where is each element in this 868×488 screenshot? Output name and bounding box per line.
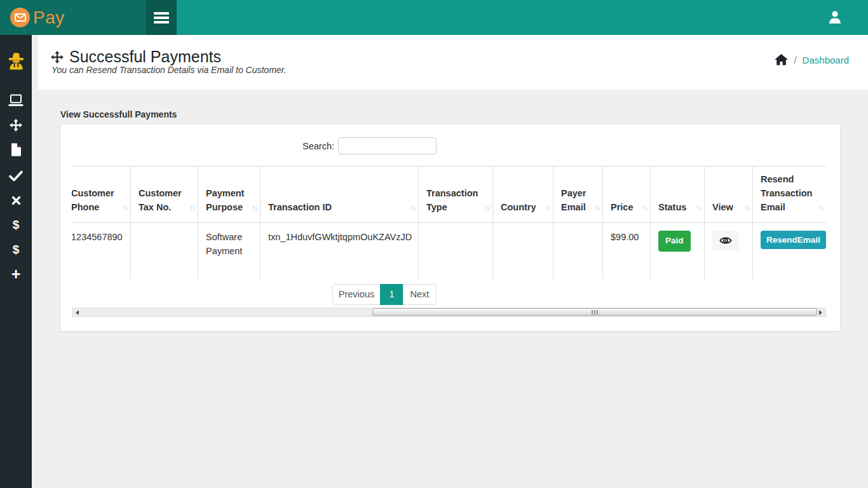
page-title: Successful Payments xyxy=(69,48,221,66)
sidebar-item-transactions[interactable] xyxy=(0,119,32,132)
page-subtitle: You can Resend Transaction Details via E… xyxy=(51,65,287,75)
sort-icon: ↑↓ xyxy=(818,202,823,214)
column-header-status[interactable]: Status ↑↓ xyxy=(651,166,705,223)
page-header: Successful Payments You can Resend Trans… xyxy=(38,35,868,90)
cell-payment-purpose: Software Payment xyxy=(198,223,261,279)
sidebar-item-failed-payments[interactable] xyxy=(0,196,32,205)
cell-customer-phone: 1234567890 xyxy=(72,223,131,279)
close-icon xyxy=(11,196,21,205)
column-header-transaction-type[interactable]: Transaction Type ↑↓ xyxy=(419,166,493,223)
cell-country xyxy=(493,223,553,279)
dollar-icon: $ xyxy=(13,243,20,256)
sort-icon: ↑↓ xyxy=(744,202,749,214)
sidebar-item-admin[interactable] xyxy=(0,51,32,71)
move-icon xyxy=(10,119,22,132)
sort-icon: ↑↓ xyxy=(642,202,647,214)
sort-icon: ↑↓ xyxy=(594,202,599,214)
sidebar-item-dashboard[interactable] xyxy=(0,94,32,107)
move-icon xyxy=(51,51,64,64)
column-header-customer-phone[interactable]: Customer Phone ↑↓ xyxy=(72,166,131,223)
cell-view xyxy=(705,223,753,279)
sort-icon: ↑↓ xyxy=(122,202,127,214)
user-menu-button[interactable] xyxy=(828,10,842,24)
sidebar-toggle-button[interactable] xyxy=(146,0,177,35)
scrollbar-grip-icon xyxy=(592,310,598,315)
column-header-price[interactable]: Price ↑↓ xyxy=(603,166,651,223)
plus-icon: + xyxy=(11,266,21,281)
pagination: Previous 1 Next xyxy=(332,284,437,305)
laptop-icon xyxy=(8,94,24,107)
column-header-resend-transaction-email[interactable]: Resend Transaction Email ↑↓ xyxy=(753,166,827,223)
cell-payer-email xyxy=(553,223,603,279)
breadcrumb-dashboard-link[interactable]: Dashboard xyxy=(803,55,849,65)
sidebar-item-currency[interactable]: $ xyxy=(0,219,32,231)
dollar-icon: $ xyxy=(13,219,20,231)
scrollbar-right-arrow-icon[interactable] xyxy=(819,310,822,315)
breadcrumb: / Dashboard xyxy=(775,54,849,65)
column-header-country[interactable]: Country ↑↓ xyxy=(493,166,553,223)
brand-logo xyxy=(10,8,30,27)
cell-transaction-type xyxy=(419,223,493,279)
cell-resend: ResendEmail xyxy=(753,223,827,279)
file-icon xyxy=(10,143,22,156)
home-icon[interactable] xyxy=(775,54,788,65)
pagination-page-1-button[interactable]: 1 xyxy=(380,284,403,305)
sort-icon: ↑↓ xyxy=(410,202,415,214)
sidebar-nav: $ $ + xyxy=(0,35,32,488)
sidebar-item-add[interactable]: + xyxy=(0,266,32,281)
sidebar-item-pricing[interactable]: $ xyxy=(0,243,32,256)
cell-transaction-id: txn_1HduvfGWktjtqpmOuKZAVzJD xyxy=(261,223,419,279)
eye-icon xyxy=(719,236,732,245)
search-input[interactable] xyxy=(338,137,437,154)
payments-card: Search: Customer Phone ↑↓ xyxy=(60,125,840,331)
table-header-row: Customer Phone ↑↓ Customer Tax No. ↑↓ Pa… xyxy=(72,166,826,223)
sort-icon: ↑↓ xyxy=(484,202,489,214)
view-button[interactable] xyxy=(712,231,739,250)
user-secret-icon xyxy=(6,51,26,71)
sort-icon: ↑↓ xyxy=(545,202,550,214)
content-wrapper: Successful Payments You can Resend Trans… xyxy=(32,35,868,488)
column-header-transaction-id[interactable]: Transaction ID ↑↓ xyxy=(261,166,419,223)
top-navbar: Pay xyxy=(0,0,868,35)
pagination-previous-button[interactable]: Previous xyxy=(332,284,381,305)
search-label: Search: xyxy=(302,141,334,151)
pagination-next-button[interactable]: Next xyxy=(403,284,437,305)
status-badge: Paid xyxy=(658,231,691,251)
resend-email-button[interactable]: ResendEmail xyxy=(761,231,826,249)
sort-icon: ↑↓ xyxy=(189,202,194,214)
brand-name: Pay xyxy=(33,8,65,28)
column-header-payment-purpose[interactable]: Payment Purpose ↑↓ xyxy=(198,166,261,223)
cell-price: $99.00 xyxy=(603,223,651,279)
cell-status: Paid xyxy=(651,223,705,279)
cell-customer-tax-no xyxy=(131,223,198,279)
column-header-view[interactable]: View ↑↓ xyxy=(705,166,753,223)
envelope-icon xyxy=(15,13,26,22)
horizontal-scrollbar[interactable] xyxy=(72,308,826,317)
breadcrumb-separator: / xyxy=(794,55,796,65)
sidebar-item-success-payments[interactable] xyxy=(0,170,32,181)
scrollbar-thumb[interactable] xyxy=(372,308,817,316)
hamburger-icon xyxy=(154,12,169,15)
brand-area[interactable]: Pay xyxy=(0,0,146,35)
table-search: Search: xyxy=(302,137,437,154)
column-header-customer-tax-no[interactable]: Customer Tax No. ↑↓ xyxy=(131,166,198,223)
sort-icon: ↑↓ xyxy=(252,202,257,214)
scrollbar-left-arrow-icon[interactable] xyxy=(76,310,79,315)
section-title: View Successfull Payments xyxy=(60,109,177,119)
user-icon xyxy=(828,10,842,24)
payments-table: Customer Phone ↑↓ Customer Tax No. ↑↓ Pa… xyxy=(72,166,826,279)
check-icon xyxy=(9,170,23,181)
sort-icon: ↑↓ xyxy=(696,202,701,214)
column-header-payer-email[interactable]: Payer Email ↑↓ xyxy=(553,166,603,223)
table-scroll-container: Customer Phone ↑↓ Customer Tax No. ↑↓ Pa… xyxy=(72,166,826,279)
table-row: 1234567890 Software Payment txn_1HduvfGW… xyxy=(72,223,826,279)
sidebar-item-reports[interactable] xyxy=(0,143,32,156)
